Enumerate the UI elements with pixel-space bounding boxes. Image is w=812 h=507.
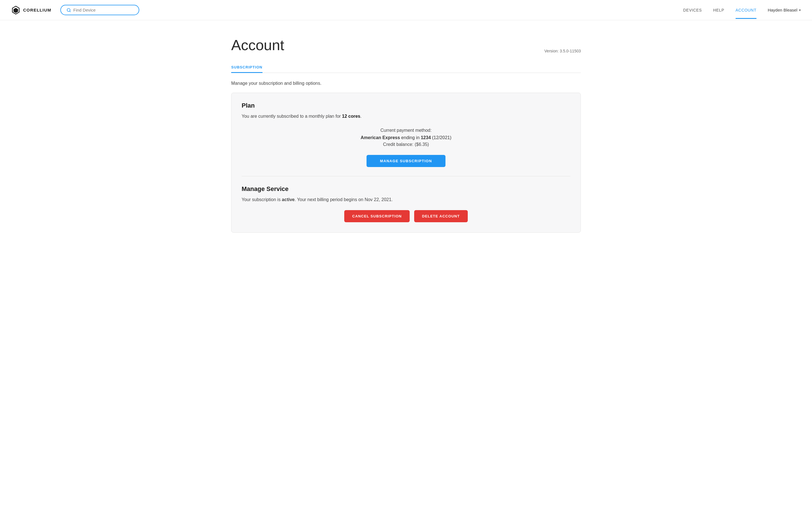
logo-text: CORELLIUM — [23, 8, 51, 12]
main-content: Account Version: 3.5.0-11503 SUBSCRIPTIO… — [220, 20, 592, 255]
svg-line-1 — [70, 11, 70, 12]
service-status: active — [282, 197, 295, 202]
search-icon — [66, 8, 71, 12]
nav-devices[interactable]: DEVICES — [683, 8, 702, 12]
card-expiry: (12/2021) — [432, 135, 452, 140]
chevron-down-icon: ▾ — [799, 8, 801, 12]
section-description: Manage your subscription and billing opt… — [231, 81, 581, 86]
payment-label: Current payment method: — [242, 128, 570, 133]
card-brand: American Express — [361, 135, 400, 140]
delete-account-button[interactable]: DELETE ACCOUNT — [414, 210, 468, 222]
nav-account[interactable]: ACCOUNT — [735, 8, 756, 12]
plan-card: Plan You are currently subscribed to a m… — [231, 93, 581, 233]
logo[interactable]: CORELLIUM — [11, 6, 51, 15]
header: CORELLIUM DEVICES HELP ACCOUNT Hayden Bl… — [0, 0, 812, 20]
service-description: Your subscription is active. Your next b… — [242, 197, 570, 202]
user-name: Hayden Bleasel — [768, 8, 797, 12]
payment-card-line: American Express ending in 1234 (12/2021… — [242, 135, 570, 140]
cancel-subscription-button[interactable]: CANCEL SUBSCRIPTION — [344, 210, 410, 222]
payment-block: Current payment method: American Express… — [242, 128, 570, 147]
corellium-logo-icon — [11, 6, 20, 15]
search-input[interactable] — [73, 8, 133, 12]
user-menu[interactable]: Hayden Bleasel ▾ — [768, 8, 801, 12]
action-buttons: CANCEL SUBSCRIPTION DELETE ACCOUNT — [242, 210, 570, 222]
card-number: 1234 — [421, 135, 431, 140]
manage-service-title: Manage Service — [242, 185, 570, 193]
page-title: Account — [231, 37, 581, 53]
plan-description: You are currently subscribed to a monthl… — [242, 114, 570, 119]
plan-cores: 12 cores — [342, 114, 360, 119]
card-divider — [242, 176, 570, 176]
tabs-row: SUBSCRIPTION — [231, 62, 581, 73]
version-text: Version: 3.5.0-11503 — [545, 49, 581, 53]
header-nav: DEVICES HELP ACCOUNT Hayden Bleasel ▾ — [683, 8, 801, 13]
nav-account-wrapper: ACCOUNT — [735, 8, 756, 13]
nav-help[interactable]: HELP — [713, 8, 724, 12]
search-bar[interactable] — [60, 5, 139, 15]
credit-balance: Credit balance: ($6.35) — [242, 142, 570, 147]
manage-subscription-button[interactable]: MANAGE SUBSCRIPTION — [366, 155, 446, 167]
account-active-indicator — [735, 18, 756, 19]
plan-card-title: Plan — [242, 102, 570, 109]
tab-subscription[interactable]: SUBSCRIPTION — [231, 62, 262, 73]
